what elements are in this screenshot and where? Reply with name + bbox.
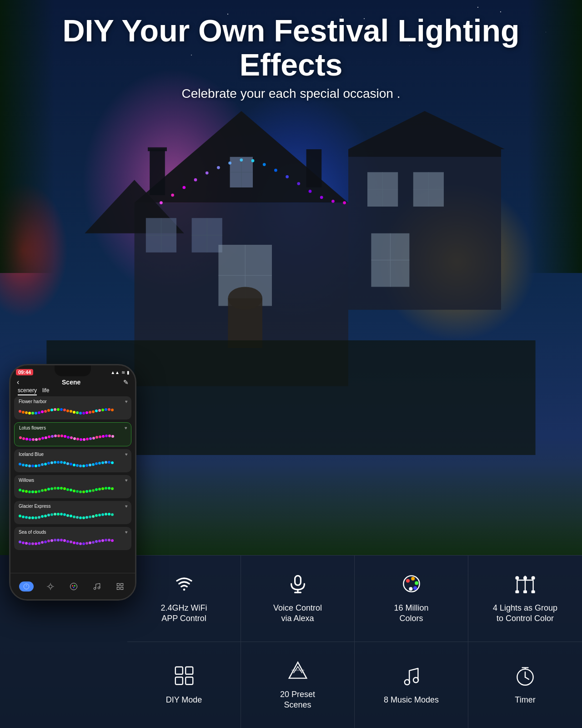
- svg-point-58: [72, 585, 73, 586]
- scene-item-2[interactable]: Iceland Blue♥: [14, 449, 131, 472]
- status-time: 09:44: [16, 369, 33, 375]
- svg-point-67: [183, 588, 185, 591]
- svg-point-45: [297, 182, 300, 185]
- svg-point-39: [228, 162, 231, 165]
- svg-point-76: [409, 587, 412, 591]
- svg-rect-6: [150, 149, 165, 195]
- scene-heart-0[interactable]: ♥: [125, 399, 128, 404]
- scene-name-2: Iceland Blue: [19, 452, 127, 457]
- scene-tabs: scenery life: [18, 387, 49, 395]
- svg-point-74: [415, 581, 418, 585]
- svg-point-48: [331, 200, 335, 203]
- color-wave-2: [19, 459, 127, 470]
- scene-item-4[interactable]: Glacier Express♥: [14, 501, 131, 524]
- feature-wifi-label: 2.4GHz WiFiAPP Control: [161, 603, 207, 624]
- svg-point-38: [217, 166, 220, 169]
- feature-diy: DIY Mode: [127, 642, 241, 728]
- svg-rect-8: [306, 149, 322, 187]
- svg-point-81: [515, 576, 519, 580]
- features-section: 2.4GHz WiFiAPP Control Voice Controlvia …: [127, 555, 582, 728]
- brightness-button[interactable]: [44, 580, 57, 593]
- phone-screen: 09:44 ▲▲ ≋ ▮ ‹ Scene ✎ scenery life: [10, 365, 135, 599]
- scene-heart-4[interactable]: ♥: [125, 504, 128, 509]
- scene-item-5[interactable]: Sea of clouds♥: [14, 527, 131, 550]
- scene-name-4: Glacier Express: [19, 504, 127, 509]
- phone-notch: [55, 365, 91, 376]
- svg-marker-4: [348, 111, 505, 149]
- feature-timer-label: Timer: [515, 695, 535, 705]
- svg-point-22: [228, 287, 262, 309]
- palette-icon: [401, 573, 422, 597]
- svg-rect-86: [532, 590, 535, 593]
- phone-mockup: 09:44 ▲▲ ≋ ▮ ‹ Scene ✎ scenery life: [9, 364, 136, 601]
- status-icons: ▲▲ ≋ ▮: [110, 370, 130, 375]
- screen-title: Scene: [62, 379, 80, 386]
- feature-colors-label: 16 MillionColors: [394, 603, 428, 624]
- color-wave-3: [19, 485, 127, 495]
- scene-list: Flower harbor♥Lotus flowers♥Iceland Blue…: [14, 396, 131, 572]
- wifi-icon: [173, 573, 195, 597]
- phone-nav: [10, 573, 135, 599]
- color-wave-0: [19, 406, 127, 417]
- svg-point-37: [206, 172, 209, 175]
- scene-heart-3[interactable]: ♥: [125, 478, 128, 483]
- back-button[interactable]: ‹: [17, 378, 19, 386]
- svg-rect-3: [348, 149, 501, 157]
- svg-point-60: [73, 586, 74, 588]
- scene-header: ‹ Scene ✎: [10, 378, 135, 386]
- svg-point-42: [263, 163, 266, 166]
- feature-voice-label: Voice Controlvia Alexa: [273, 603, 322, 624]
- svg-point-34: [171, 193, 174, 197]
- svg-rect-66: [120, 587, 123, 589]
- music-icon: [401, 665, 422, 689]
- music-button[interactable]: [90, 580, 103, 593]
- svg-rect-87: [175, 667, 182, 674]
- color-wave-5: [19, 536, 127, 547]
- feature-music: 8 Music Modes: [355, 642, 468, 728]
- scene-heart-2[interactable]: ♥: [125, 452, 128, 457]
- scene-item-0[interactable]: Flower harbor♥: [14, 396, 131, 420]
- svg-point-46: [309, 190, 312, 193]
- diy-icon: [173, 665, 195, 689]
- scene-name-0: Flower harbor: [19, 399, 127, 404]
- feature-wifi: 2.4GHz WiFiAPP Control: [127, 556, 241, 642]
- svg-rect-84: [515, 590, 519, 593]
- color-wave-1: [19, 432, 126, 443]
- scene-name-5: Sea of clouds: [19, 530, 127, 535]
- svg-point-44: [286, 175, 289, 178]
- scene-item-1[interactable]: Lotus flowers♥: [14, 422, 131, 446]
- svg-rect-65: [117, 587, 119, 589]
- power-button[interactable]: [19, 581, 34, 592]
- svg-rect-64: [120, 583, 123, 586]
- scene-heart-5[interactable]: ♥: [125, 530, 128, 535]
- feature-scenes-label: 20 PresetScenes: [280, 689, 315, 711]
- svg-point-41: [251, 159, 255, 162]
- edit-button[interactable]: ✎: [123, 379, 129, 386]
- svg-rect-68: [295, 576, 301, 585]
- main-title: DIY Your Own Festival Lighting Effects: [18, 14, 564, 82]
- feature-scenes: 20 PresetScenes: [241, 642, 355, 728]
- svg-point-73: [411, 577, 415, 581]
- svg-point-75: [413, 586, 417, 590]
- svg-point-52: [49, 585, 52, 588]
- feature-diy-label: DIY Mode: [166, 695, 202, 705]
- svg-rect-90: [186, 677, 193, 684]
- tab-life[interactable]: life: [42, 387, 49, 395]
- wifi-icon: ≋: [121, 370, 125, 375]
- svg-point-72: [406, 579, 410, 582]
- feature-timer: Timer: [468, 642, 582, 728]
- sub-title: Celebrate your each special occasion .: [18, 86, 564, 101]
- scene-heart-1[interactable]: ♥: [125, 425, 127, 430]
- svg-point-62: [98, 586, 100, 589]
- svg-point-59: [74, 585, 75, 586]
- scene-item-3[interactable]: Willows♥: [14, 475, 131, 498]
- tab-scenery[interactable]: scenery: [18, 387, 37, 395]
- grid-button[interactable]: [114, 580, 126, 593]
- color-button[interactable]: [67, 580, 80, 593]
- svg-line-96: [525, 677, 529, 679]
- signal-icon: ▲▲: [110, 370, 120, 375]
- scenes-icon: [287, 659, 309, 684]
- feature-group-label: 4 Lights as Groupto Control Color: [493, 603, 557, 624]
- mic-icon: [287, 573, 309, 597]
- svg-rect-63: [117, 583, 119, 586]
